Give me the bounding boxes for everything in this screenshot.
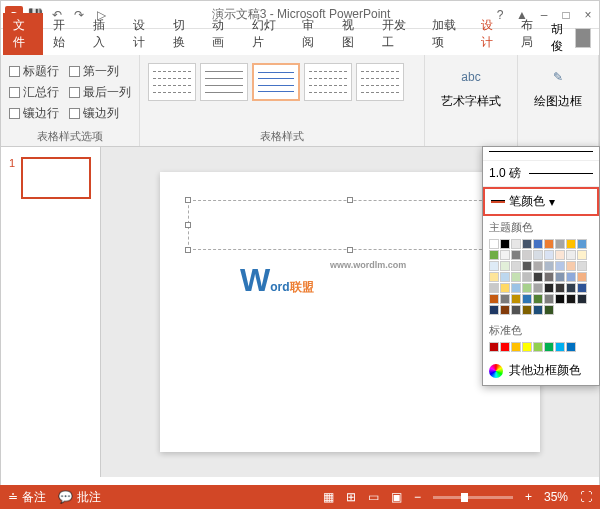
color-swatch[interactable]: [522, 294, 532, 304]
color-swatch[interactable]: [500, 283, 510, 293]
color-swatch[interactable]: [555, 342, 565, 352]
color-swatch[interactable]: [533, 272, 543, 282]
color-swatch[interactable]: [522, 305, 532, 315]
handle[interactable]: [185, 222, 191, 228]
color-swatch[interactable]: [511, 250, 521, 260]
tab-file[interactable]: 文件: [3, 13, 43, 55]
color-swatch[interactable]: [500, 294, 510, 304]
color-swatch[interactable]: [489, 342, 499, 352]
chk-banded-cols[interactable]: 镶边列: [69, 105, 131, 122]
tab-home[interactable]: 开始: [43, 13, 83, 55]
color-swatch[interactable]: [544, 294, 554, 304]
color-swatch[interactable]: [566, 250, 576, 260]
color-swatch[interactable]: [533, 294, 543, 304]
color-swatch[interactable]: [511, 272, 521, 282]
tab-layout[interactable]: 布局: [511, 13, 551, 55]
color-swatch[interactable]: [489, 250, 499, 260]
tab-transition[interactable]: 切换: [163, 13, 203, 55]
color-swatch[interactable]: [533, 250, 543, 260]
tab-view[interactable]: 视图: [332, 13, 372, 55]
tab-animation[interactable]: 动画: [202, 13, 242, 55]
color-swatch[interactable]: [555, 272, 565, 282]
table-style-5[interactable]: [356, 63, 404, 101]
title-textbox[interactable]: [188, 200, 512, 250]
tab-developer[interactable]: 开发工: [372, 13, 422, 55]
color-swatch[interactable]: [489, 283, 499, 293]
tab-review[interactable]: 审阅: [292, 13, 332, 55]
color-swatch[interactable]: [522, 272, 532, 282]
zoom-in-icon[interactable]: +: [525, 490, 532, 504]
color-swatch[interactable]: [522, 261, 532, 271]
color-swatch[interactable]: [522, 239, 532, 249]
color-swatch[interactable]: [511, 239, 521, 249]
color-swatch[interactable]: [489, 261, 499, 271]
chk-total-row[interactable]: 汇总行: [9, 84, 59, 101]
user-area[interactable]: 胡俊: [551, 21, 599, 55]
color-swatch[interactable]: [566, 239, 576, 249]
normal-view-icon[interactable]: ▦: [323, 490, 334, 504]
sorter-view-icon[interactable]: ⊞: [346, 490, 356, 504]
chk-last-col[interactable]: 最后一列: [69, 84, 131, 101]
zoom-out-icon[interactable]: −: [414, 490, 421, 504]
handle[interactable]: [347, 197, 353, 203]
color-swatch[interactable]: [511, 283, 521, 293]
color-swatch[interactable]: [500, 239, 510, 249]
reading-view-icon[interactable]: ▭: [368, 490, 379, 504]
color-swatch[interactable]: [522, 250, 532, 260]
color-swatch[interactable]: [544, 305, 554, 315]
color-swatch[interactable]: [500, 250, 510, 260]
wordart-button[interactable]: abc 艺术字样式: [433, 59, 509, 116]
more-colors-button[interactable]: 其他边框颜色: [483, 356, 599, 385]
pen-color-button[interactable]: 笔颜色▾: [483, 187, 599, 216]
slide-thumbnail[interactable]: [21, 157, 91, 199]
color-swatch[interactable]: [555, 250, 565, 260]
color-swatch[interactable]: [533, 305, 543, 315]
slideshow-view-icon[interactable]: ▣: [391, 490, 402, 504]
color-swatch[interactable]: [577, 294, 587, 304]
tab-design[interactable]: 设计: [123, 13, 163, 55]
color-swatch[interactable]: [500, 272, 510, 282]
color-swatch[interactable]: [577, 250, 587, 260]
color-swatch[interactable]: [500, 342, 510, 352]
color-swatch[interactable]: [500, 305, 510, 315]
color-swatch[interactable]: [544, 239, 554, 249]
color-swatch[interactable]: [489, 305, 499, 315]
color-swatch[interactable]: [533, 283, 543, 293]
comments-button[interactable]: 💬批注: [58, 489, 101, 506]
draw-border-button[interactable]: ✎ 绘图边框: [526, 59, 590, 116]
zoom-thumb[interactable]: [461, 493, 468, 502]
tab-insert[interactable]: 插入: [83, 13, 123, 55]
color-swatch[interactable]: [544, 250, 554, 260]
color-swatch[interactable]: [522, 283, 532, 293]
color-swatch[interactable]: [511, 342, 521, 352]
color-swatch[interactable]: [533, 342, 543, 352]
tab-addins[interactable]: 加载项: [422, 13, 472, 55]
tab-slideshow[interactable]: 幻灯片: [242, 13, 292, 55]
color-swatch[interactable]: [566, 272, 576, 282]
color-swatch[interactable]: [544, 261, 554, 271]
table-style-4[interactable]: [304, 63, 352, 101]
color-swatch[interactable]: [566, 342, 576, 352]
color-swatch[interactable]: [555, 239, 565, 249]
handle[interactable]: [347, 247, 353, 253]
line-weight-select[interactable]: 1.0 磅: [483, 161, 599, 187]
notes-button[interactable]: ≐备注: [8, 489, 46, 506]
color-swatch[interactable]: [577, 283, 587, 293]
color-swatch[interactable]: [555, 261, 565, 271]
color-swatch[interactable]: [522, 342, 532, 352]
color-swatch[interactable]: [577, 239, 587, 249]
close-icon[interactable]: ×: [581, 8, 595, 22]
color-swatch[interactable]: [511, 261, 521, 271]
color-swatch[interactable]: [544, 283, 554, 293]
chk-first-col[interactable]: 第一列: [69, 63, 131, 80]
color-swatch[interactable]: [555, 283, 565, 293]
table-style-2[interactable]: [200, 63, 248, 101]
color-swatch[interactable]: [511, 294, 521, 304]
fit-window-icon[interactable]: ⛶: [580, 490, 592, 504]
color-swatch[interactable]: [577, 272, 587, 282]
chk-header-row[interactable]: 标题行: [9, 63, 59, 80]
handle[interactable]: [185, 197, 191, 203]
color-swatch[interactable]: [533, 261, 543, 271]
color-swatch[interactable]: [544, 342, 554, 352]
color-swatch[interactable]: [489, 239, 499, 249]
